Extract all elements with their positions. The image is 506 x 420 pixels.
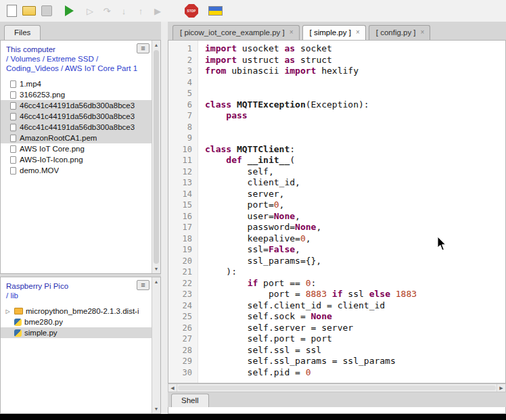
editor-hscrollbar[interactable]: ◀ ▶ — [168, 383, 506, 392]
close-tab-icon[interactable]: × — [356, 29, 360, 36]
scroll-left-icon[interactable]: ◀ — [168, 384, 177, 392]
code-line[interactable]: 18 keepalive=0, — [168, 233, 505, 245]
file-icon — [10, 91, 16, 99]
ukraine-flag-icon[interactable] — [208, 6, 223, 16]
code-line[interactable]: 5 — [168, 88, 505, 99]
code-line[interactable]: 16 user=None, — [168, 211, 505, 223]
folder-icon — [14, 308, 23, 314]
open-file-icon[interactable] — [22, 4, 36, 18]
scroll-thumb[interactable] — [154, 50, 159, 264]
line-number: 24 — [168, 300, 198, 312]
breadcrumb-path-line2[interactable]: Coding_Videos / AWS IoT Core Part 1 — [6, 64, 155, 73]
code-line[interactable]: 15 port=0, — [168, 200, 505, 211]
file-name: micropython_bme280-2.1.3.dist-i — [26, 307, 139, 315]
stop-icon[interactable]: STOP — [185, 4, 198, 18]
code-line[interactable]: 11 def __init__( — [168, 155, 505, 166]
file-row[interactable]: 46cc41c44191da56db300a8bce3 — [1, 111, 160, 122]
shell-content[interactable] — [168, 407, 506, 414]
line-number: 23 — [168, 289, 198, 300]
scroll-right-icon[interactable]: ▶ — [497, 384, 505, 392]
code-line[interactable]: 29 self.ssl_params = ssl_params — [168, 356, 505, 367]
file-name: AWS-IoT-Icon.png — [20, 156, 83, 164]
line-number: 2 — [168, 55, 198, 66]
code-text: server, — [198, 189, 284, 200]
editor-tab[interactable]: [ picow_iot_core_example.py ]× — [172, 25, 300, 40]
code-line[interactable]: 26 self.server = server — [168, 323, 505, 334]
file-row[interactable]: 3166253.png — [1, 89, 160, 100]
file-row[interactable]: AWS-IoT-Icon.png — [1, 154, 160, 165]
tab-files[interactable]: Files — [4, 25, 41, 40]
tab-shell[interactable]: Shell — [171, 394, 209, 407]
hscroll-thumb[interactable] — [178, 386, 496, 390]
code-line[interactable]: 13 client_id, — [168, 177, 505, 189]
file-row[interactable]: demo.MOV — [1, 165, 160, 176]
editor-tab[interactable]: [ simple.py ]× — [302, 25, 366, 40]
code-line[interactable]: 3from ubinascii import hexlify — [168, 66, 505, 77]
scroll-down-icon[interactable]: ▼ — [152, 264, 160, 273]
file-icon — [10, 145, 16, 153]
code-line[interactable]: 8 — [168, 122, 505, 133]
editor-tab[interactable]: [ config.py ]× — [369, 25, 431, 40]
file-row[interactable]: 1.mp4 — [1, 78, 160, 89]
code-line[interactable]: 9 — [168, 133, 505, 144]
line-number: 17 — [168, 222, 198, 233]
code-text: import ustruct as struct — [198, 55, 332, 66]
code-line[interactable]: 25 self.sock = None — [168, 311, 505, 323]
code-line[interactable]: 21 ): — [168, 266, 505, 278]
code-line[interactable]: 22 if port == 0: — [168, 278, 505, 289]
file-row[interactable]: bme280.py — [1, 317, 160, 327]
scroll-up-icon[interactable]: ▲ — [152, 277, 160, 286]
code-line[interactable]: 30 self.pid = 0 — [168, 367, 505, 379]
file-row[interactable]: AWS IoT Core.png — [1, 143, 160, 154]
line-number: 11 — [168, 155, 198, 166]
panel-menu-icon[interactable]: ≡ — [137, 280, 150, 290]
code-line[interactable]: 6class MQTTException(Exception): — [168, 99, 505, 111]
expander-icon[interactable]: ▷ — [4, 308, 12, 314]
code-line[interactable]: 4 — [168, 77, 505, 89]
code-line[interactable]: 20 ssl_params={}, — [168, 256, 505, 267]
code-line[interactable]: 10class MQTTClient: — [168, 144, 505, 156]
code-line[interactable]: 1import usocket as socket — [168, 43, 505, 55]
code-line[interactable]: 12 self, — [168, 166, 505, 178]
files-scrollbar[interactable]: ▲ ▼ — [152, 41, 160, 273]
code-text: user=None, — [198, 211, 300, 223]
python-icon — [14, 329, 22, 337]
line-number: 12 — [168, 166, 198, 178]
code-text: self.client_id = client_id — [198, 300, 385, 312]
file-icon — [10, 102, 16, 110]
pico-scrollbar[interactable]: ▲ ▼ — [152, 277, 160, 413]
code-line[interactable]: 17 password=None, — [168, 222, 505, 233]
file-row[interactable]: AmazonRootCA1.pem — [1, 133, 160, 143]
code-text: keepalive=0, — [198, 233, 311, 245]
code-line[interactable]: 24 self.client_id = client_id — [168, 300, 505, 312]
code-line[interactable]: 2import ustruct as struct — [168, 55, 505, 66]
code-line[interactable]: 27 self.port = port — [168, 333, 505, 345]
code-text: class MQTTClient: — [198, 144, 295, 156]
line-number: 8 — [168, 122, 198, 133]
folder-row[interactable]: ▷micropython_bme280-2.1.3.dist-i — [1, 306, 160, 317]
code-line[interactable]: 28 self.ssl = ssl — [168, 345, 505, 356]
panel-menu-icon[interactable]: ≡ — [137, 43, 150, 53]
close-tab-icon[interactable]: × — [421, 29, 425, 36]
code-line[interactable]: 19 ssl=False, — [168, 244, 505, 256]
code-editor[interactable]: 1import usocket as socket2import ustruct… — [168, 40, 506, 383]
close-tab-icon[interactable]: × — [290, 29, 294, 36]
run-icon[interactable] — [63, 4, 75, 18]
code-line[interactable]: 14 server, — [168, 189, 505, 200]
file-row[interactable]: 46cc41c44191da56db300a8bce3 — [1, 122, 160, 133]
editor-tabbar: [ picow_iot_core_example.py ]×[ simple.p… — [168, 22, 506, 40]
pico-path[interactable]: / lib — [6, 291, 155, 300]
code-text: ssl_params={}, — [198, 256, 321, 267]
scroll-down-icon[interactable]: ▼ — [152, 404, 160, 413]
file-row[interactable]: 46cc41c44191da56db300a8bce3 — [1, 100, 160, 111]
line-number: 15 — [168, 200, 198, 211]
file-name: AWS IoT Core.png — [20, 145, 85, 153]
file-row[interactable]: simple.py — [1, 327, 160, 338]
code-line[interactable]: 7 pass — [168, 110, 505, 122]
breadcrumb-path-line1[interactable]: / Volumes / Extreme SSD / — [6, 54, 155, 64]
code-line[interactable]: 23 port = 8883 if ssl else 1883 — [168, 289, 505, 300]
new-file-icon[interactable] — [5, 4, 18, 18]
tab-label: [ picow_iot_core_example.py ] — [180, 28, 285, 37]
scroll-up-icon[interactable]: ▲ — [152, 41, 160, 49]
step-into-icon: ↓ — [118, 4, 130, 18]
